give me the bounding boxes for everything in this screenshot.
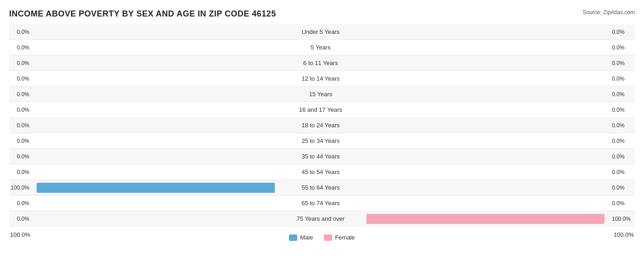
chart-row: 100.0% 55 to 64 Years 0.0% <box>9 180 635 196</box>
right-value: 0.0% <box>612 185 629 191</box>
right-value: 0.0% <box>612 122 629 129</box>
left-bar-track <box>32 27 275 37</box>
left-bar-area: 0.0% <box>9 118 275 133</box>
chart-container: INCOME ABOVE POVERTY BY SEX AND AGE IN Z… <box>9 9 635 241</box>
left-bar-area: 0.0% <box>9 164 275 180</box>
chart-body: 0.0% Under 5 Years 0.0% 0.0% 5 Years <box>9 24 635 227</box>
male-bar <box>37 183 275 193</box>
chart-row: 0.0% 16 and 17 Years 0.0% <box>9 102 635 118</box>
left-value: 0.0% <box>12 169 29 175</box>
row-label: 65 to 74 Years <box>275 200 366 207</box>
row-label: Under 5 Years <box>275 28 366 35</box>
left-value: 0.0% <box>12 200 29 207</box>
left-bar-area: 0.0% <box>9 40 275 55</box>
left-bar-area: 0.0% <box>9 24 275 39</box>
left-bar-area: 0.0% <box>9 71 275 86</box>
right-bar-track <box>366 58 609 68</box>
right-value: 0.0% <box>612 200 629 207</box>
row-label: 45 to 54 Years <box>275 169 366 175</box>
right-value: 0.0% <box>612 138 629 144</box>
right-bar-track <box>366 214 609 224</box>
left-value: 0.0% <box>12 153 29 160</box>
chart-title: INCOME ABOVE POVERTY BY SEX AND AGE IN Z… <box>9 9 276 19</box>
right-bar-track <box>366 152 609 162</box>
left-bar-track <box>32 74 275 84</box>
left-value: 0.0% <box>12 29 29 35</box>
row-label: 16 and 17 Years <box>275 106 366 113</box>
chart-row: 0.0% Under 5 Years 0.0% <box>9 24 635 40</box>
left-bar-area: 100.0% <box>9 180 275 195</box>
left-bar-area: 0.0% <box>9 196 275 211</box>
right-bar-track <box>366 105 609 115</box>
right-bar-area: 0.0% <box>366 71 632 86</box>
chart-row: 0.0% 12 to 14 Years 0.0% <box>9 71 635 87</box>
left-bar-area: 0.0% <box>9 149 275 164</box>
left-value: 0.0% <box>12 76 29 82</box>
right-bar-area: 100.0% <box>366 211 632 226</box>
right-bar-area: 0.0% <box>366 196 632 211</box>
right-bar-area: 0.0% <box>366 118 632 133</box>
right-value: 0.0% <box>612 153 629 160</box>
left-bar-track <box>32 183 275 193</box>
male-swatch <box>289 234 297 241</box>
left-value: 0.0% <box>12 216 29 222</box>
bottom-row: 100.0% Male Female 100.0% <box>9 229 635 241</box>
female-swatch <box>324 234 332 241</box>
right-value: 0.0% <box>612 169 629 175</box>
right-bar-area: 0.0% <box>366 102 632 117</box>
right-bar-area: 0.0% <box>366 87 632 102</box>
chart-row: 0.0% 35 to 44 Years 0.0% <box>9 149 635 164</box>
left-bar-track <box>32 105 275 115</box>
right-bar-track <box>366 43 609 53</box>
left-value: 100.0% <box>11 185 29 191</box>
row-label: 55 to 64 Years <box>275 184 366 191</box>
right-bar-area: 0.0% <box>366 149 632 164</box>
chart-source: Source: ZipAtlas.com <box>583 9 635 16</box>
right-bar-track <box>366 136 609 146</box>
row-label: 12 to 14 Years <box>275 75 366 82</box>
chart-row: 0.0% 6 to 11 Years 0.0% <box>9 55 635 71</box>
right-value: 100.0% <box>612 216 631 222</box>
left-value: 0.0% <box>12 60 29 66</box>
left-value: 0.0% <box>12 122 29 129</box>
row-label: 18 to 24 Years <box>275 122 366 129</box>
female-bar <box>366 214 605 224</box>
left-bar-track <box>32 152 275 162</box>
left-bar-area: 0.0% <box>9 87 275 102</box>
right-bar-track <box>366 120 609 131</box>
right-value: 0.0% <box>612 60 629 66</box>
left-value: 0.0% <box>12 138 29 144</box>
left-bar-track <box>32 89 275 99</box>
left-bar-track <box>32 167 275 177</box>
bottom-right-value: 100.0% <box>606 231 634 238</box>
chart-row: 0.0% 18 to 24 Years 0.0% <box>9 118 635 133</box>
right-value: 0.0% <box>612 107 629 113</box>
female-label: Female <box>335 234 355 241</box>
row-label: 6 to 11 Years <box>275 60 366 66</box>
legend-female: Female <box>324 234 355 241</box>
right-bar-area: 0.0% <box>366 55 632 71</box>
row-label: 25 to 34 Years <box>275 137 366 144</box>
right-bar-track <box>366 74 609 84</box>
right-value: 0.0% <box>612 29 629 35</box>
left-bar-track <box>32 43 275 53</box>
left-value: 0.0% <box>12 107 29 113</box>
left-bar-track <box>32 198 275 208</box>
right-value: 0.0% <box>612 91 629 98</box>
chart-row: 0.0% 75 Years and over 100.0% <box>9 211 635 227</box>
chart-row: 0.0% 5 Years 0.0% <box>9 40 635 55</box>
right-bar-area: 0.0% <box>366 164 632 180</box>
right-bar-track <box>366 167 609 177</box>
right-value: 0.0% <box>612 44 629 51</box>
right-bar-track <box>366 27 609 37</box>
legend-male: Male <box>289 234 313 241</box>
row-label: 5 Years <box>275 44 366 51</box>
left-bar-track <box>32 120 275 131</box>
chart-row: 0.0% 45 to 54 Years 0.0% <box>9 164 635 180</box>
left-bar-area: 0.0% <box>9 133 275 148</box>
right-bar-track <box>366 183 609 193</box>
left-bar-area: 0.0% <box>9 102 275 117</box>
row-label: 75 Years and over <box>275 215 366 222</box>
chart-row: 0.0% 65 to 74 Years 0.0% <box>9 196 635 211</box>
male-label: Male <box>300 234 313 241</box>
